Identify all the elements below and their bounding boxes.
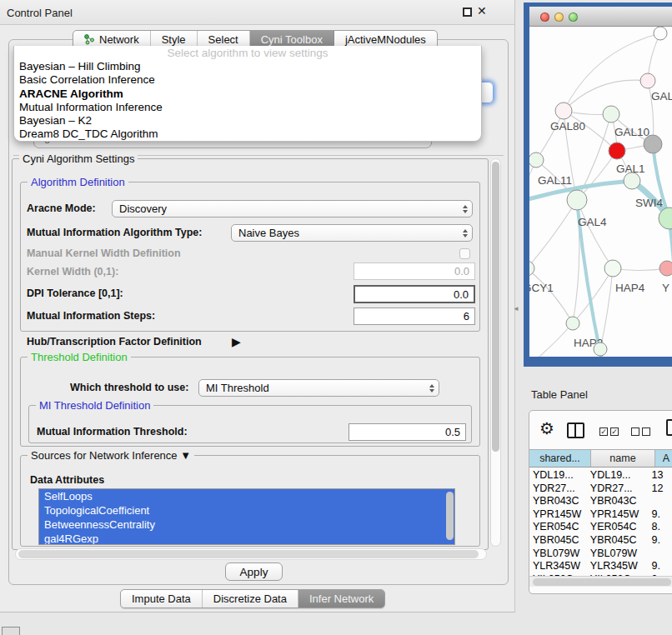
control-panel: Control Panel ✕ NetworkStyleSelectCyni T… [0, 0, 515, 612]
network-node-swi4[interactable] [624, 172, 640, 189]
node-label: GAL10 [614, 126, 649, 138]
algorithm-option[interactable]: Dream8 DC_TDC Algorithm [14, 128, 481, 141]
data-attributes-list[interactable]: SelfLoopsTopologicalCoefficientBetweenne… [38, 488, 455, 545]
network-window-titlebar[interactable] [529, 7, 672, 27]
document-icon[interactable] [666, 419, 672, 436]
cyni-settings-legend: Cyni Algorithm Settings [19, 152, 138, 165]
data-attributes-label: Data Attributes [30, 474, 104, 486]
apply-button-label: Apply [240, 566, 268, 578]
hub-definition-label: Hub/Transcription Factor Definition [27, 336, 202, 348]
column-header[interactable]: A [655, 450, 672, 467]
split-columns-icon[interactable] [567, 422, 584, 438]
settings-vertical-scrollbar[interactable] [490, 158, 501, 547]
kernel-width-field[interactable]: 0.0 [354, 262, 475, 280]
network-node[interactable] [654, 27, 667, 40]
attribute-item[interactable]: TopologicalCoefficient [39, 503, 454, 518]
attribute-item[interactable]: SelfLoops [39, 489, 454, 503]
table-cell: YDL19... [529, 469, 587, 482]
network-node-y[interactable] [659, 261, 672, 276]
network-node-gal80[interactable] [555, 102, 572, 119]
apply-button[interactable]: Apply [225, 562, 283, 581]
tab-discretize-data[interactable]: Discretize Data [203, 590, 298, 608]
dpi-tolerance-field[interactable]: 0.0 [354, 285, 475, 303]
zoom-traffic-light-icon[interactable] [569, 12, 578, 22]
sources-legend: Sources for Network Inference ▼ [28, 449, 194, 462]
network-edge[interactable] [564, 33, 660, 111]
network-edge[interactable] [529, 323, 573, 357]
table-cell: YLR345W [587, 560, 647, 573]
table-row[interactable]: YPR145WYPR145W9. [529, 508, 672, 522]
tab-label: Cyni Toolbox [261, 33, 323, 46]
splitter-arrow-icon[interactable]: ◄ [513, 305, 519, 312]
table-row[interactable]: YDL19...YDL19...13 [529, 469, 672, 482]
list-scrollbar[interactable] [446, 492, 454, 540]
tab-impute-data[interactable]: Impute Data [121, 590, 203, 608]
mi-algorithm-type-combo[interactable]: Naive Bayes [231, 224, 473, 242]
select-all-icon[interactable]: ✓✓ [599, 428, 619, 436]
network-node-gal4[interactable] [567, 190, 587, 210]
network-canvas[interactable]: GALGAL80GAL10GAL1GAL11SWI4GAL4GCY1HAP4YH… [529, 27, 672, 357]
algorithm-option[interactable]: Bayesian – K2 [14, 114, 481, 128]
network-node[interactable] [594, 342, 607, 356]
mi-algorithm-type-value: Naive Bayes [238, 227, 299, 239]
network-node-hap2[interactable] [566, 317, 579, 330]
network-edge[interactable] [529, 268, 573, 323]
settings-horizontal-scrollbar[interactable] [15, 548, 487, 560]
minimized-panel-icon[interactable] [2, 627, 20, 635]
which-threshold-value: MI Threshold [206, 382, 269, 394]
column-header[interactable]: shared... [529, 450, 591, 467]
node-label: GAL4 [578, 216, 607, 228]
expand-arrow-icon[interactable]: ▶ [232, 335, 241, 348]
table-row[interactable]: YBR045CYBR045C9. [529, 534, 672, 548]
tab-label: Select [208, 33, 238, 46]
algorithm-option[interactable]: Basic Correlation Inference [14, 73, 481, 87]
node-label: SWI4 [635, 197, 663, 209]
table-row[interactable]: YDR27...YDR27...12 [529, 482, 672, 496]
tab-label: Infer Network [309, 592, 374, 605]
table-row[interactable]: YBL079WYBL079W [529, 548, 672, 561]
which-threshold-combo[interactable]: MI Threshold [198, 379, 439, 397]
kernel-width-value: 0.0 [454, 265, 469, 278]
network-edge[interactable] [529, 200, 577, 268]
mi-threshold-field[interactable]: 0.5 [349, 423, 466, 441]
gear-icon[interactable]: ⚙ [539, 418, 554, 438]
node-label: Y [662, 282, 669, 294]
table-row[interactable]: YLR345WYLR345W9. [529, 560, 672, 573]
column-header[interactable]: name [591, 450, 655, 467]
mi-steps-field[interactable]: 6 [354, 308, 475, 325]
close-traffic-light-icon[interactable] [540, 12, 549, 22]
bottom-tabs: Impute DataDiscretize DataInfer Network [120, 589, 385, 608]
algorithm-option[interactable]: Mutual Information Inference [14, 101, 481, 114]
node-label: GAL [651, 90, 672, 102]
network-node-gal1[interactable] [609, 142, 625, 159]
network-edge[interactable] [564, 80, 648, 111]
table-horizontal-scrollbar[interactable] [529, 576, 672, 587]
sources-legend-text: Sources for Network Inference [31, 449, 178, 462]
float-window-icon[interactable] [463, 8, 472, 17]
table-row[interactable]: YER054CYER054C8. [529, 521, 672, 534]
attribute-item[interactable]: BetweennessCentrality [39, 518, 454, 532]
tab-infer-network[interactable]: Infer Network [298, 590, 384, 608]
manual-kernel-width-checkbox[interactable] [459, 248, 470, 259]
deselect-all-icon[interactable] [631, 428, 650, 436]
table-rows: YDL19...YDL19...13YDR27...YDR27...12YBR0… [529, 468, 672, 576]
table-header: shared...nameA [529, 449, 672, 468]
network-node-gal11[interactable] [529, 152, 544, 168]
network-node[interactable] [644, 135, 662, 153]
network-node-hap4[interactable] [604, 260, 621, 277]
algorithm-option[interactable]: Bayesian – Hill Climbing [14, 60, 481, 73]
network-node-gal[interactable] [640, 73, 655, 88]
which-threshold-label: Which threshold to use: [70, 382, 188, 393]
table-row[interactable]: YBR043CYBR043C [529, 495, 672, 508]
algorithm-option[interactable]: ARACNE Algorithm [14, 88, 481, 101]
dropdown-placeholder: Select algorithm to view settings [14, 46, 481, 60]
table-panel-card: ⚙ ✓✓ shared...nameA YDL19...YDL19...13YD… [529, 410, 672, 594]
attribute-item[interactable]: gal4RGexp [39, 532, 454, 545]
network-node-gal10[interactable] [603, 106, 619, 122]
close-icon[interactable]: ✕ [477, 4, 487, 18]
collapse-arrow-icon[interactable]: ▼ [180, 449, 191, 462]
minimize-traffic-light-icon[interactable] [554, 12, 564, 22]
tab-label: Impute Data [132, 592, 191, 605]
aracne-mode-combo[interactable]: Discovery [112, 200, 473, 218]
table-toolbar: ⚙ ✓✓ [529, 411, 672, 449]
